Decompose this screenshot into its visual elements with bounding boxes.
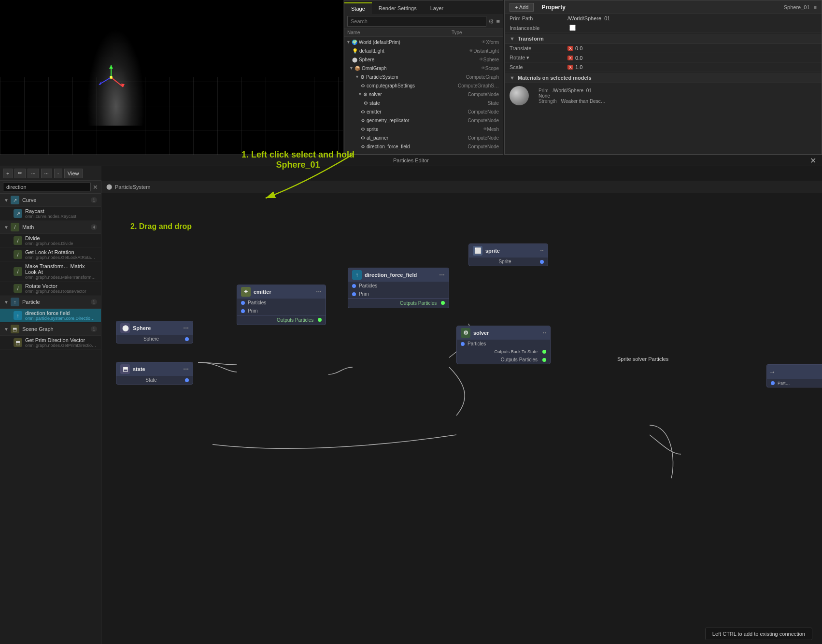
- tree-icon-computegraphsettings: ⚙: [361, 83, 365, 88]
- particle-section-arrow-icon: ▼: [4, 300, 9, 305]
- getprimdirectionvector-content: Get Prim Direction Vector omni.graph.nod…: [25, 337, 97, 348]
- node-item-rotatevector[interactable]: / Rotate Vector omni.graph.nodes.RotateV…: [0, 282, 101, 296]
- prop-instanceable-checkbox[interactable]: [569, 25, 576, 31]
- tree-icon-solver: ⚙: [363, 92, 368, 97]
- svg-point-3: [110, 76, 113, 79]
- tree-icon-particlesystem: ⚙: [360, 74, 365, 80]
- stage-search-input[interactable]: [347, 16, 486, 27]
- node-item-getlookatrotation[interactable]: / Get Look At Rotation omni.graph.nodes.…: [0, 248, 101, 262]
- emitter-node-dots[interactable]: ···: [316, 288, 322, 296]
- dff-output-dot: [441, 301, 445, 305]
- particles-nav-icon[interactable]: →: [769, 368, 776, 376]
- node-search-bar: ✕: [0, 181, 101, 194]
- state-node-dots[interactable]: ···: [183, 365, 189, 373]
- sphere-node-dots[interactable]: ···: [183, 324, 189, 332]
- tree-type-world: Xform: [486, 40, 501, 45]
- state-node-header: ⬒ state ···: [116, 362, 193, 376]
- tree-name-defaultlight: defaultLight: [359, 48, 467, 54]
- node-item-direction-force-field[interactable]: ↑ direction force field omni.particle.sy…: [0, 309, 101, 323]
- node-item-getprimdirectionvector[interactable]: ⬒ Get Prim Direction Vector omni.graph.n…: [0, 336, 101, 350]
- particle-section-count: 1: [91, 299, 97, 305]
- particles-partial-label: Part…: [778, 381, 790, 386]
- more-button[interactable]: ···: [28, 169, 39, 178]
- tree-type-particlesystem: ComputeGraph: [466, 74, 501, 80]
- tree-row-at-panner[interactable]: ⚙ at_panner ComputeNode: [344, 133, 503, 142]
- solver-node-header: ⚙ solver ··: [457, 326, 550, 340]
- pencil-button[interactable]: ✏: [14, 169, 26, 178]
- node-item-maketransform[interactable]: / Make Transform… Matrix Look At omni.gr…: [0, 262, 101, 282]
- add-node-button[interactable]: +: [3, 169, 13, 178]
- particles-editor-label: Particles Editor: [0, 155, 822, 166]
- property-add-button[interactable]: + Add: [510, 3, 534, 12]
- sprite-port-label: Sprite: [498, 259, 511, 264]
- tree-row-world[interactable]: ▼ 🌍 World (defaultPrim) 👁 Xform: [344, 38, 503, 46]
- tree-row-sphere-world[interactable]: ⬤ Sphere 👁 Sphere: [344, 55, 503, 64]
- close-button[interactable]: ✕: [810, 156, 816, 165]
- node-particles-partial[interactable]: → Part…: [766, 364, 822, 387]
- rotatevector-content: Rotate Vector omni.graph.nodes.RotateVec…: [25, 283, 97, 294]
- node-section-curve[interactable]: ▼ ↗ Curve 1: [0, 194, 101, 207]
- tree-eye-sprite[interactable]: 👁: [483, 127, 487, 131]
- node-search-input[interactable]: [3, 183, 91, 191]
- tab-stage[interactable]: Stage: [344, 2, 372, 14]
- math-section-icon: /: [11, 223, 19, 231]
- property-header: + Add Property Sphere_01 ≡: [505, 0, 822, 14]
- tree-row-sprite-tree[interactable]: ⚙ sprite 👁 Mesh: [344, 125, 503, 133]
- node-section-scenegraph[interactable]: ▼ ⬒ Scene Graph 1: [0, 323, 101, 336]
- maketransform-path: omni.graph.nodes.MakeTransform…: [25, 275, 97, 280]
- tree-row-omnigraph[interactable]: ▼ 📦 OmniGraph 👁 Scope: [344, 64, 503, 72]
- tree-row-state[interactable]: ⚙ state State: [344, 99, 503, 107]
- node-section-particle[interactable]: ▼ ↑ Particle 1: [0, 296, 101, 309]
- solver-node-dots[interactable]: ··: [542, 329, 546, 337]
- tree-row-computegraphsettings[interactable]: ⚙ computegraphSettings ComputeGraphS…: [344, 81, 503, 90]
- bottom-hint-text: Left CTRL to add to existing connection: [712, 631, 805, 637]
- tree-eye-omnigraph[interactable]: 👁: [481, 66, 485, 71]
- node-search-clear-button[interactable]: ✕: [93, 184, 98, 191]
- emitter-particles-label: Particles: [248, 300, 266, 305]
- maketransform-name: Make Transform… Matrix Look At: [25, 263, 97, 275]
- tab-render-settings[interactable]: Render Settings: [372, 2, 424, 14]
- tree-row-direction-force-field[interactable]: ⚙ direction_force_field ComputeNode: [344, 142, 503, 151]
- tree-eye-world[interactable]: 👁: [482, 40, 486, 44]
- tree-icon-sphere-world: ⬤: [352, 57, 357, 62]
- material-ball: [510, 86, 529, 105]
- prop-row-rotate: Rotate ▾ X 0.0: [505, 53, 822, 63]
- filter-icon[interactable]: ⚙: [488, 18, 494, 25]
- node-sphere[interactable]: ⬤ Sphere ··· Sphere: [116, 321, 193, 343]
- node-section-math[interactable]: ▼ / Math 4: [0, 221, 101, 234]
- tree-row-geometry-replicator[interactable]: ⚙ geometry_replicator ComputeNode: [344, 116, 503, 125]
- stage-toolbar: ⚙ ≡: [344, 14, 503, 29]
- node-item-raycast[interactable]: ↗ Raycast omni.curve.nodes.Raycast: [0, 207, 101, 221]
- view-button[interactable]: View: [64, 169, 83, 178]
- scenegraph-section-label: Scene Graph: [22, 326, 91, 332]
- tab-layer[interactable]: Layer: [424, 2, 451, 14]
- tree-icon-world: 🌍: [352, 40, 357, 45]
- property-menu-icon[interactable]: ≡: [814, 4, 817, 10]
- prop-label-translate: Translate: [510, 45, 567, 51]
- emitter-node-header: ✦ emitter ···: [237, 285, 326, 299]
- emitter-prim-dot: [241, 309, 245, 313]
- direction-ff-dots[interactable]: ···: [439, 271, 445, 279]
- sprite-node-icon: ⬜: [473, 246, 482, 256]
- sphere-node-header: ⬤ Sphere ···: [116, 321, 193, 335]
- sprite-node-dots[interactable]: ··: [540, 247, 544, 255]
- scenegraph-section-count: 1: [91, 326, 97, 332]
- node-emitter[interactable]: ✦ emitter ··· Particles Prim Outputs Par…: [237, 285, 326, 325]
- tree-row-particlesystem[interactable]: ▼ ⚙ ParticleSystem ComputeGraph: [344, 72, 503, 81]
- node-sprite[interactable]: ⬜ sprite ·· Sprite: [468, 243, 548, 266]
- tree-row-solver[interactable]: ▼ ⚙ solver ComputeNode: [344, 90, 503, 99]
- tree-row-defaultlight[interactable]: 💡 defaultLight 👁 DistantLight: [344, 46, 503, 55]
- node-direction-force-field[interactable]: ↑ direction_force_field ··· Particles Pr…: [348, 268, 449, 308]
- menu-icon[interactable]: ≡: [496, 18, 500, 25]
- direction-force-field-content: direction force field omni.particle.syst…: [25, 310, 97, 321]
- dots-button[interactable]: ···: [41, 169, 52, 178]
- materials-label: Materials on selected models: [518, 75, 592, 81]
- node-item-divide[interactable]: / Divide omni.graph.nodes.Divide: [0, 234, 101, 248]
- node-state[interactable]: ⬒ state ··· State: [116, 362, 193, 385]
- arrow-button[interactable]: ·: [54, 169, 62, 178]
- tree-eye-sphere-world[interactable]: 👁: [479, 57, 483, 62]
- tree-row-emitter[interactable]: ⚙ emitter ComputeNode: [344, 107, 503, 116]
- solver-node-title: solver: [473, 330, 489, 336]
- node-solver[interactable]: ⚙ solver ·· Particles Outputs Back To St…: [456, 326, 551, 364]
- tree-eye-defaultlight[interactable]: 👁: [469, 48, 473, 53]
